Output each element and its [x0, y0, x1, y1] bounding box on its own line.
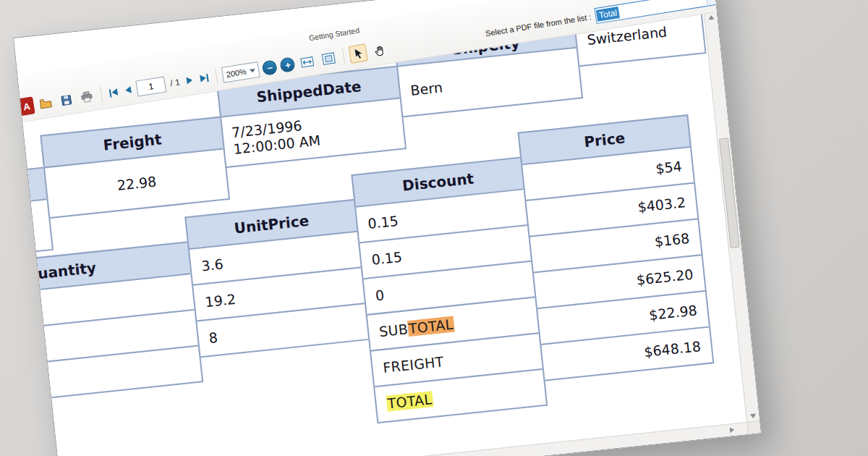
- last-page-icon: [206, 73, 209, 81]
- zoom-value: 200%: [226, 67, 247, 79]
- record-column-freight: Freight 22.98: [40, 116, 230, 219]
- page-number-input[interactable]: [135, 76, 166, 96]
- next-page-icon: [187, 76, 193, 84]
- chevron-down-icon: [250, 68, 256, 72]
- desktop-background: Freight 22.98 ShippedDate 7/23/1996 12:0…: [0, 0, 868, 456]
- select-file-label: Select a PDF file from the list :: [485, 12, 592, 38]
- tab-getting-started[interactable]: Getting Started: [308, 26, 360, 43]
- toolbar-separator: [342, 48, 345, 64]
- toolbar-separator: [215, 68, 218, 84]
- hand-tool-button[interactable]: [370, 41, 389, 60]
- items-column-price: Price $54 $403.2 $168 $625.20 $22.98 $64…: [517, 114, 714, 381]
- table-cell: [13, 345, 203, 409]
- scroll-up-icon: [708, 15, 715, 20]
- scroll-down-icon: [749, 414, 756, 419]
- subtotal-prefix: SUB: [378, 321, 409, 339]
- zoom-in-button[interactable]: +: [279, 56, 296, 73]
- cursor-arrow-icon: [352, 46, 365, 61]
- fit-width-icon: [299, 54, 315, 69]
- prev-page-icon: [124, 86, 131, 94]
- fit-page-icon: [321, 51, 336, 66]
- fit-width-button[interactable]: [297, 52, 318, 72]
- combobox-selected-text: Total: [596, 7, 620, 22]
- first-page-button[interactable]: [106, 85, 120, 99]
- next-page-button[interactable]: [184, 74, 195, 87]
- hand-pan-icon: [373, 43, 387, 57]
- scroll-right-icon: [730, 426, 745, 433]
- items-column-quantity: Quantity: [13, 241, 203, 410]
- folder-open-icon: [38, 96, 53, 110]
- search-highlight-match: TOTAL: [386, 391, 434, 412]
- page-count-label: / 1: [169, 77, 180, 88]
- items-column-unitprice: UnitPrice 3.6 19.2 8: [184, 199, 370, 358]
- zoom-out-button[interactable]: −: [262, 59, 278, 76]
- toolbar-separator: [100, 86, 103, 102]
- combobox-dropdown-button[interactable]: [705, 0, 719, 6]
- pdf-app-icon: A: [18, 96, 35, 116]
- save-button[interactable]: [57, 90, 76, 109]
- fit-page-button[interactable]: [319, 48, 339, 68]
- previous-page-button[interactable]: [122, 83, 134, 96]
- items-column-discount: Discount 0.15 0.15 0 SUBTOTAL FREIGHT TO…: [351, 156, 548, 423]
- select-tool-button[interactable]: [349, 43, 368, 63]
- open-file-button[interactable]: [36, 94, 56, 112]
- zoom-select[interactable]: 200%: [221, 62, 260, 83]
- pdf-viewer-window: Freight 22.98 ShippedDate 7/23/1996 12:0…: [13, 0, 762, 456]
- scrollbar-corner: [746, 421, 761, 434]
- last-page-button[interactable]: [197, 71, 211, 85]
- save-icon: [59, 93, 73, 106]
- print-icon: [80, 90, 94, 104]
- print-button[interactable]: [77, 87, 96, 106]
- search-highlight-current: TOTAL: [407, 316, 455, 337]
